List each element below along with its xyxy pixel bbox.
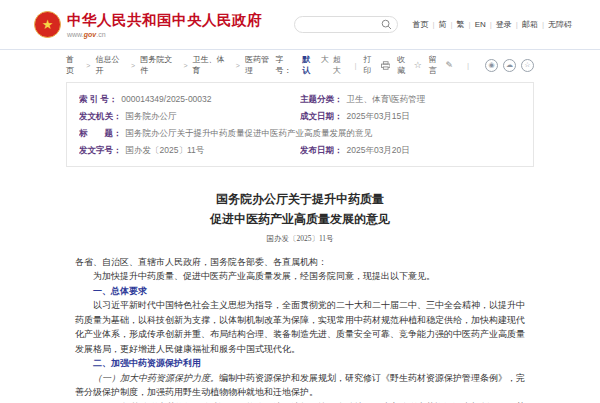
toolbar-divider: | <box>355 61 357 70</box>
search-box[interactable] <box>294 16 398 33</box>
font-size-option[interactable]: 大 <box>321 54 329 76</box>
doc-info-cell: 发布日期：2025年03月20日 <box>300 142 521 159</box>
doc-info-cell: 主题分类：卫生、体育\医药管理 <box>300 91 521 108</box>
doc-info-row: 索 引 号：000014349/2025-00032主题分类：卫生、体育\医药管… <box>79 91 521 108</box>
toolbar-divider: | <box>467 61 469 70</box>
doc-info-label: 标 题： <box>79 125 122 142</box>
doc-info-label: 成文日期： <box>300 108 343 125</box>
printer-icon <box>381 61 390 70</box>
doc-info-value: 国务院办公厅 <box>126 108 177 125</box>
breadcrumb-separator: > <box>183 62 187 69</box>
search-input[interactable] <box>304 20 381 29</box>
paragraph-indent: 以习近平新时代中国特色社会主义思想为指导，全面贯彻党的二十大和二十届二中、三中全… <box>75 298 525 356</box>
document-title-line2: 促进中医药产业高质量发展的意见 <box>75 209 525 229</box>
paragraph-indent: 为加快提升中药质量、促进中医药产业高质量发展，经国务院同意，现提出以下意见。 <box>75 269 525 284</box>
top-nav: 首页|简|繁|EN|登录|邮箱|无障碍 <box>412 19 572 30</box>
paragraph-item: （一）加大中药资源保护力度。编制中药资源保护和发展规划，研究修订《野生药材资源保… <box>75 371 525 400</box>
breadcrumb-separator: > <box>236 62 240 69</box>
doc-info-row: 标 题：国务院办公厅关于提升中药质量促进中医药产业高质量发展的意见 <box>79 125 521 142</box>
pencil-icon: ✎ <box>445 60 453 70</box>
font-size-option[interactable]: 默认 <box>302 54 317 76</box>
document-number: 国办发〔2025〕11号 <box>75 234 525 244</box>
nav-separator: | <box>469 20 471 29</box>
nav-link-2[interactable]: 简 <box>438 19 446 30</box>
nav-separator: | <box>450 20 452 29</box>
breadcrumb-item[interactable]: 首页 <box>66 54 81 76</box>
nav-link-5[interactable]: 登录 <box>496 19 512 30</box>
breadcrumb-item[interactable]: 医药管理 <box>245 54 276 76</box>
doc-info-label: 索 引 号： <box>79 91 117 108</box>
doc-info-cell: 成文日期：2025年03月15日 <box>300 108 521 125</box>
doc-info-row: 发文字号：国办发〔2025〕11号发布日期：2025年03月20日 <box>79 142 521 159</box>
breadcrumb-toolbar-row: 首页>信息公开>国务院文件>卫生、体育>医药管理 字号： 默认大超大 | 打印 … <box>66 50 534 80</box>
breadcrumb-item[interactable]: 卫生、体育 <box>193 54 231 76</box>
doc-info-cell: 标 题：国务院办公厅关于提升中药质量促进中医药产业高质量发展的意见 <box>79 125 521 142</box>
share-weibo-icon[interactable]: ◉ <box>485 59 498 72</box>
nav-separator: | <box>490 20 492 29</box>
search-icon[interactable] <box>381 19 392 30</box>
breadcrumb-item[interactable]: 国务院文件 <box>140 54 178 76</box>
share-wechat-icon[interactable]: ☁ <box>503 59 516 72</box>
document-body: 国务院办公厅关于提升中药质量 促进中医药产业高质量发展的意见 国办发〔2025〕… <box>75 189 525 403</box>
doc-info-value: 国办发〔2025〕11号 <box>126 142 205 159</box>
document-title-line1: 国务院办公厅关于提升中药质量 <box>75 189 525 209</box>
doc-info-box: 索 引 号：000014349/2025-00032主题分类：卫生、体育\医药管… <box>66 82 534 167</box>
doc-info-label: 发布日期： <box>300 142 343 159</box>
nav-separator: | <box>432 20 434 29</box>
paragraph-heading: 一、总体要求 <box>75 284 525 299</box>
paragraph-plain: 各省、自治区、直辖市人民政府，国务院各部委、各直属机构： <box>75 255 525 270</box>
doc-info-value: 卫生、体育\医药管理 <box>347 91 426 108</box>
nav-link-6[interactable]: 邮箱 <box>522 19 538 30</box>
paragraph-lead: （一）加大中药资源保护力度。 <box>93 373 219 383</box>
breadcrumb-separator: > <box>86 62 90 69</box>
doc-info-value: 2025年03月20日 <box>347 142 410 159</box>
site-logo[interactable]: ★ 中华人民共和国中央人民政府 www.gov.cn <box>34 11 262 38</box>
breadcrumb-separator: > <box>131 62 135 69</box>
doc-info-grid: 索 引 号：000014349/2025-00032主题分类：卫生、体育\医药管… <box>79 91 521 159</box>
nav-link-4[interactable]: EN <box>475 20 486 29</box>
doc-info-cell: 发文字号：国办发〔2025〕11号 <box>79 142 300 159</box>
comment-button[interactable]: 留言 ✎ <box>429 54 453 76</box>
doc-info-value: 国务院办公厅关于提升中药质量促进中医药产业高质量发展的意见 <box>126 125 373 142</box>
paragraph-heading: 二、加强中药资源保护利用 <box>75 356 525 371</box>
share-qzone-icon[interactable]: ☆ <box>521 59 534 72</box>
nav-separator: | <box>516 20 518 29</box>
nav-separator: | <box>542 20 544 29</box>
nav-link-3[interactable]: 繁 <box>457 19 465 30</box>
favorite-button[interactable]: 收藏 ☆ <box>397 54 422 76</box>
document-paragraphs: 各省、自治区、直辖市人民政府，国务院各部委、各直属机构：为加快提升中药质量、促进… <box>75 255 525 403</box>
document-title: 国务院办公厅关于提升中药质量 促进中医药产业高质量发展的意见 <box>75 189 525 230</box>
doc-info-cell: 发文机关：国务院办公厅 <box>79 108 300 125</box>
nav-link-7[interactable]: 无障碍 <box>548 19 572 30</box>
font-size-option[interactable]: 超大 <box>333 54 348 76</box>
doc-info-cell: 索 引 号：000014349/2025-00032 <box>79 91 300 108</box>
font-size-options: 默认大超大 <box>298 54 347 76</box>
breadcrumb-item[interactable]: 信息公开 <box>95 54 126 76</box>
site-url: www.gov.cn <box>67 31 262 38</box>
page-toolbar: 字号： 默认大超大 | 打印 收藏 ☆ 留言 ✎ | ◉☁☆ <box>276 54 534 76</box>
nav-link-1[interactable]: 首页 <box>412 19 428 30</box>
star-icon: ☆ <box>414 60 422 70</box>
doc-info-value: 000014349/2025-00032 <box>121 91 211 108</box>
site-header: ★ 中华人民共和国中央人民政府 www.gov.cn 首页|简|繁|EN|登录|… <box>0 0 600 50</box>
doc-info-value: 2025年03月15日 <box>347 108 410 125</box>
doc-info-label: 发文机关： <box>79 108 122 125</box>
doc-info-label: 主题分类： <box>300 91 343 108</box>
breadcrumb: 首页>信息公开>国务院文件>卫生、体育>医药管理 <box>66 54 276 76</box>
font-size-label: 字号： <box>276 54 299 76</box>
doc-info-label: 发文字号： <box>79 142 122 159</box>
share-icons: ◉☁☆ <box>480 59 534 72</box>
doc-info-row: 发文机关：国务院办公厅成文日期：2025年03月15日 <box>79 108 521 125</box>
national-emblem-icon: ★ <box>34 11 61 38</box>
print-button[interactable]: 打印 <box>364 54 391 76</box>
site-title: 中华人民共和国中央人民政府 <box>67 11 262 30</box>
